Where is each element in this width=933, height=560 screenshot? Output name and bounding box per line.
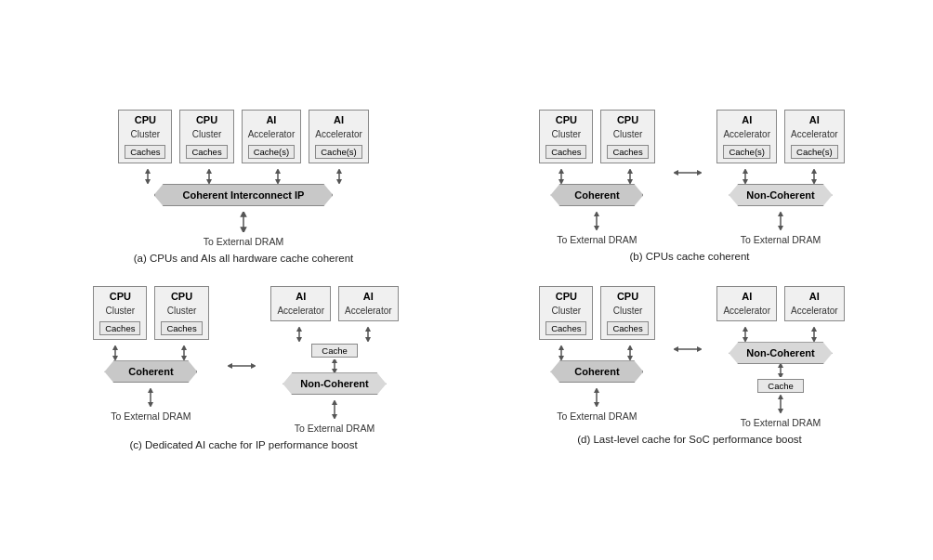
diagram-b: CPU Cluster Caches CPU Cluster Caches (476, 110, 903, 264)
caption-d: (d) Last-level cache for SoC performance… (577, 434, 802, 445)
cache-box: Cache(s) (248, 145, 296, 159)
two-col-d: CPU Cluster Caches CPU Cluster Caches (534, 286, 844, 428)
caption-a: (a) CPUs and AIs all hardware cache cohe… (134, 253, 354, 264)
proc-ai1-c: AI Accelerator (270, 286, 331, 321)
proc-ai1-d: AI Accelerator (716, 286, 777, 321)
diagrams-grid: CPU Cluster Caches CPU Cluster Caches AI… (30, 110, 903, 450)
noncoherent-banner-b: Non-Coherent (729, 184, 832, 206)
coherent-banner-b: Coherent (550, 184, 643, 206)
right-section-c: AI Accelerator AI Accelerator (270, 286, 398, 434)
left-procs-d: CPU Cluster Caches CPU Cluster Caches (534, 286, 659, 340)
proc-cpu1-a: CPU Cluster Caches (118, 110, 172, 163)
proc-sub: Accelerator (315, 129, 362, 140)
coherent-banner-d: Coherent (550, 360, 643, 383)
coherent-banner-c: Coherent (104, 360, 197, 383)
two-col-b: CPU Cluster Caches CPU Cluster Caches (534, 110, 844, 245)
left-procs-c: CPU Cluster Caches CPU Cluster Caches (88, 286, 213, 340)
right-section-b: AI Accelerator Cache(s) AI Accelerator C… (716, 110, 844, 245)
page: CPU Cluster Caches CPU Cluster Caches AI… (20, 95, 913, 465)
right-procs-d: AI Accelerator AI Accelerator (716, 286, 844, 321)
right-arrows-b (718, 169, 843, 184)
h-arrow-b (674, 165, 702, 180)
diagram-a: CPU Cluster Caches CPU Cluster Caches AI… (30, 110, 457, 264)
proc-sub: Cluster (130, 129, 160, 140)
proc-cpu1-d: CPU Cluster Caches (539, 286, 593, 340)
cache-box: Caches (125, 145, 165, 159)
proc-cpu2-d: CPU Cluster Caches (600, 286, 654, 340)
two-col-c: CPU Cluster Caches CPU Cluster Caches (88, 286, 398, 434)
proc-ai1-a: AI Accelerator Cache(s) (242, 110, 302, 163)
proc-row-a: CPU Cluster Caches CPU Cluster Caches AI… (30, 110, 457, 163)
proc-title: CPU (196, 114, 217, 126)
left-procs-b: CPU Cluster Caches CPU Cluster Caches (534, 110, 659, 163)
proc-ai1-b: AI Accelerator Cache(s) (716, 110, 777, 163)
proc-title: AI (266, 114, 276, 126)
right-procs-c: AI Accelerator AI Accelerator (270, 286, 398, 321)
proc-title: CPU (135, 114, 156, 126)
proc-cpu2-b: CPU Cluster Caches (600, 110, 654, 163)
dram-arrow-a (234, 212, 253, 232)
caption-b: (b) CPUs cache coherent (629, 251, 749, 262)
right-dram-b: To External DRAM (741, 234, 821, 245)
proc-ai2-d: AI Accelerator (784, 286, 845, 321)
caption-c: (c) Dedicated AI cache for IP performanc… (129, 439, 357, 450)
noncoherent-banner-c: Non-Coherent (283, 372, 386, 395)
proc-ai2-a: AI Accelerator Cache(s) (309, 110, 369, 163)
ext-dram-a: To External DRAM (204, 236, 283, 247)
mid-cache-d: Cache (757, 379, 804, 393)
proc-sub: Cluster (192, 129, 222, 140)
proc-sub: Accelerator (248, 129, 296, 140)
left-section-b: CPU Cluster Caches CPU Cluster Caches (534, 110, 659, 245)
left-section-d: CPU Cluster Caches CPU Cluster Caches (534, 286, 659, 422)
cache-box: Caches (186, 145, 227, 159)
left-dram-b: To External DRAM (557, 234, 637, 245)
proc-cpu1-c: CPU Cluster Caches (93, 286, 147, 340)
noncoherent-banner-d: Non-Coherent (729, 342, 832, 364)
right-procs-b: AI Accelerator Cache(s) AI Accelerator C… (716, 110, 844, 163)
cache-box: Cache(s) (315, 145, 362, 159)
proc-ai2-b: AI Accelerator Cache(s) (784, 110, 845, 163)
interconnect-banner-a: Coherent Interconnect IP (154, 184, 334, 206)
mid-cache-c: Cache (311, 344, 358, 358)
proc-cpu2-c: CPU Cluster Caches (154, 286, 208, 340)
proc-title: AI (334, 114, 344, 126)
proc-cpu2-a: CPU Cluster Caches (179, 110, 233, 163)
right-section-d: AI Accelerator AI Accelerator (716, 286, 844, 428)
diagram-c: CPU Cluster Caches CPU Cluster Caches (30, 286, 457, 450)
proc-cpu1-b: CPU Cluster Caches (539, 110, 593, 163)
vert-arrows-a (121, 169, 366, 184)
left-arrows-b (534, 169, 659, 184)
proc-ai2-c: AI Accelerator (338, 286, 399, 321)
diagram-d: CPU Cluster Caches CPU Cluster Caches (476, 286, 903, 450)
left-section-c: CPU Cluster Caches CPU Cluster Caches (88, 286, 213, 422)
